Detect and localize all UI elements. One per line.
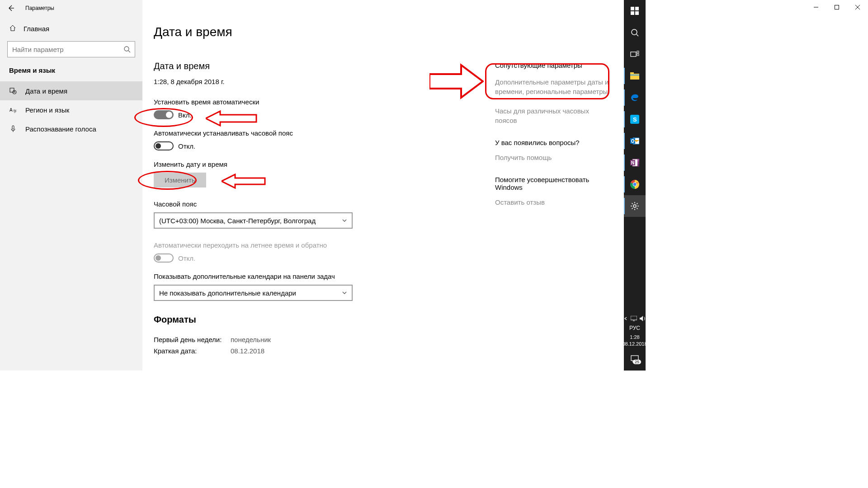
tray-clock[interactable]: 1:28 08.12.2018 — [622, 334, 647, 347]
svg-text:字: 字 — [13, 109, 17, 113]
sidebar: Параметры Главная Время и язык Дата и вр… — [0, 0, 142, 371]
svg-rect-24 — [631, 52, 636, 56]
nav-item-date-time[interactable]: Дата и время — [0, 81, 142, 100]
home-icon — [9, 24, 16, 33]
auto-tz-toggle[interactable] — [154, 141, 174, 150]
format-label: Краткая дата: — [154, 347, 231, 355]
page-title: Дата и время — [154, 25, 495, 39]
nav-item-region-language[interactable]: A字 Регион и язык — [0, 100, 142, 119]
svg-rect-7 — [10, 88, 14, 92]
calendars-select[interactable]: Не показывать дополнительные календари — [154, 285, 353, 301]
auto-tz-state: Откл. — [178, 142, 195, 150]
related-link-additional[interactable]: Дополнительные параметры даты и времени,… — [495, 77, 613, 96]
svg-line-51 — [637, 208, 637, 209]
timezone-row: Часовой пояс (UTC+03:00) Москва, Санкт-П… — [154, 200, 495, 229]
format-label: Первый день недели: — [154, 336, 231, 343]
dst-toggle-row: Откл. — [154, 253, 495, 263]
sidebar-category: Время и язык — [0, 66, 142, 81]
taskbar-chrome-icon[interactable] — [624, 174, 646, 195]
nav-item-speech[interactable]: Распознавание голоса — [0, 119, 142, 138]
chevron-down-icon — [342, 217, 347, 225]
svg-point-22 — [632, 29, 637, 35]
notification-badge: 25 — [633, 360, 641, 364]
taskbar-explorer-icon[interactable] — [624, 65, 646, 87]
svg-point-45 — [633, 205, 636, 207]
taskbar-skype-icon[interactable]: S — [624, 108, 646, 130]
format-value: 08.12.2018 — [231, 347, 264, 355]
svg-point-44 — [633, 183, 637, 186]
titlebar: Параметры — [0, 0, 142, 16]
search-input[interactable] — [7, 41, 135, 57]
window-title: Параметры — [25, 5, 54, 11]
start-button[interactable] — [624, 0, 646, 22]
taskbar-settings-icon[interactable] — [624, 195, 646, 217]
taskbar-task-view-icon[interactable] — [624, 43, 646, 65]
tray-language[interactable]: РУС — [629, 325, 640, 331]
svg-rect-1 — [835, 5, 839, 9]
related-panel: Сопутствующие параметры Дополнительные п… — [495, 0, 613, 371]
svg-marker-56 — [640, 316, 643, 321]
nav-item-label: Дата и время — [25, 87, 67, 95]
related-link-clocks[interactable]: Часы для различных часовых поясов — [495, 106, 613, 125]
tray-chevron-icon[interactable] — [623, 316, 628, 322]
language-icon: A字 — [9, 106, 17, 114]
svg-rect-28 — [630, 72, 634, 74]
maximize-button[interactable] — [826, 0, 847, 14]
tray-display-icon[interactable] — [631, 316, 637, 322]
nav-item-label: Распознавание голоса — [25, 125, 96, 133]
svg-rect-18 — [631, 7, 634, 10]
calendars-row: Показывать дополнительные календари на п… — [154, 272, 495, 301]
svg-rect-54 — [631, 316, 637, 320]
calendars-label: Показывать дополнительные календари на п… — [154, 272, 495, 280]
formats-title: Форматы — [154, 314, 495, 325]
dst-label: Автоматически переходить на летнее время… — [154, 241, 495, 249]
change-button[interactable]: Изменить — [154, 173, 206, 188]
help-link[interactable]: Получить помощь — [495, 153, 613, 162]
main-area: Дата и время Дата и время 1:28, 8 декабр… — [142, 0, 624, 371]
auto-time-toggle[interactable] — [154, 110, 174, 119]
microphone-icon — [9, 125, 17, 133]
search-icon — [123, 46, 131, 55]
settings-window: Параметры Главная Время и язык Дата и вр… — [0, 0, 624, 371]
tray-date: 08.12.2018 — [622, 341, 647, 347]
action-center-button[interactable]: 25 — [624, 350, 646, 368]
svg-rect-13 — [12, 126, 14, 129]
taskbar: S N РУС 1:28 08.12.2018 25 — [624, 0, 646, 371]
close-button[interactable] — [847, 0, 868, 14]
svg-line-50 — [632, 203, 633, 204]
svg-text:A: A — [9, 108, 13, 113]
calendar-clock-icon — [9, 87, 17, 95]
feedback-title: Помогите усовершенствовать Windows — [495, 176, 613, 191]
auto-time-label: Установить время автоматически — [154, 98, 495, 106]
change-datetime-label: Изменить дату и время — [154, 160, 495, 168]
svg-rect-26 — [637, 54, 639, 56]
current-datetime: 1:28, 8 декабря 2018 г. — [154, 78, 495, 85]
svg-rect-25 — [637, 51, 639, 53]
svg-line-6 — [128, 51, 130, 52]
svg-text:N: N — [631, 160, 634, 165]
svg-rect-27 — [630, 74, 639, 80]
tray-volume-icon[interactable] — [640, 316, 646, 322]
taskbar-edge-icon[interactable] — [624, 87, 646, 108]
nav-item-label: Регион и язык — [25, 106, 69, 114]
taskbar-onenote-icon[interactable]: N — [624, 152, 646, 174]
back-button[interactable] — [0, 0, 22, 16]
dst-state: Откл. — [178, 254, 195, 262]
taskbar-outlook-icon[interactable] — [624, 130, 646, 152]
timezone-select[interactable]: (UTC+03:00) Москва, Санкт-Петербург, Вол… — [154, 212, 353, 229]
taskbar-search-icon[interactable] — [624, 22, 646, 43]
auto-time-state: Вкл. — [178, 111, 192, 119]
format-row: Первый день недели: понедельник — [154, 334, 495, 345]
svg-rect-20 — [631, 11, 634, 15]
auto-time-toggle-row: Вкл. — [154, 110, 495, 119]
chevron-down-icon — [342, 289, 347, 297]
home-label: Главная — [24, 25, 49, 33]
feedback-link[interactable]: Оставить отзыв — [495, 197, 613, 207]
format-row: Краткая дата: 08.12.2018 — [154, 345, 495, 357]
section-datetime-title: Дата и время — [154, 61, 495, 71]
home-link[interactable]: Главная — [0, 16, 142, 41]
svg-rect-21 — [635, 11, 639, 15]
minimize-button[interactable] — [806, 0, 826, 14]
content: Дата и время Дата и время 1:28, 8 декабр… — [154, 0, 495, 371]
dst-toggle — [154, 253, 174, 263]
